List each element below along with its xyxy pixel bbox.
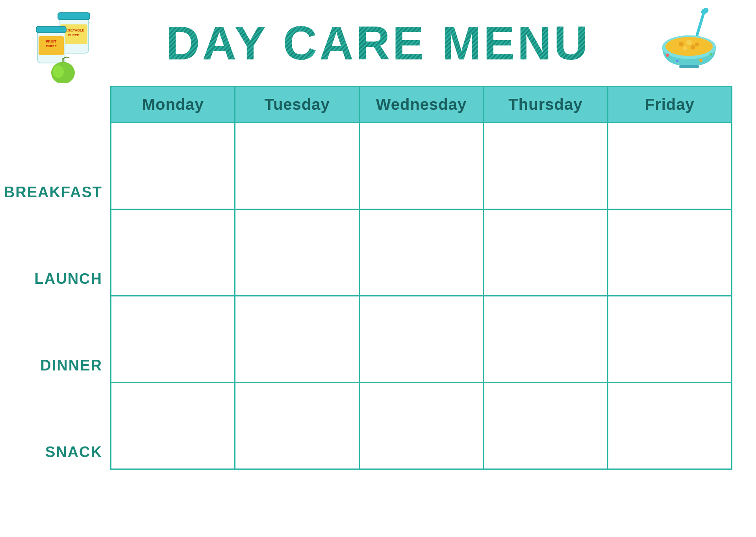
launch-wednesday: [359, 209, 483, 296]
snack-row: [111, 383, 732, 469]
days-header-row: Monday Tuesday Wednesday Thursday Friday: [111, 87, 732, 123]
page-header: VEGETABLE PUREE FRUIT PUREE DAY CARE MEN…: [24, 16, 732, 70]
breakfast-tuesday: [235, 123, 359, 209]
col-wednesday: Wednesday: [359, 87, 483, 123]
snack-wednesday: [359, 383, 483, 469]
dinner-friday: [608, 296, 732, 383]
svg-point-18: [679, 42, 684, 46]
page-title: DAY CARE MENU: [154, 16, 602, 70]
launch-label: LAUNCH: [24, 235, 110, 322]
menu-table: Monday Tuesday Wednesday Thursday Friday: [110, 86, 732, 470]
svg-point-14: [700, 8, 710, 15]
dinner-thursday: [484, 296, 608, 383]
launch-monday: [111, 209, 235, 296]
launch-row: [111, 209, 732, 296]
dinner-label: DINNER: [24, 322, 110, 409]
breakfast-wednesday: [359, 123, 483, 209]
svg-rect-6: [36, 26, 66, 33]
launch-thursday: [484, 209, 608, 296]
svg-point-19: [686, 40, 692, 45]
svg-rect-27: [679, 65, 699, 68]
svg-text:PUREE: PUREE: [68, 33, 79, 37]
dinner-tuesday: [235, 296, 359, 383]
svg-line-13: [697, 12, 704, 35]
svg-text:PUREE: PUREE: [46, 44, 57, 48]
breakfast-thursday: [484, 123, 608, 209]
svg-point-21: [683, 46, 687, 50]
svg-point-25: [676, 60, 678, 62]
meal-row-labels: BREAKFAST LAUNCH DINNER SNACK: [24, 86, 110, 495]
col-thursday: Thursday: [484, 87, 608, 123]
breakfast-label: BREAKFAST: [24, 149, 110, 235]
snack-tuesday: [235, 383, 359, 469]
main-content: BREAKFAST LAUNCH DINNER SNACK Monday Tue…: [24, 86, 732, 521]
svg-point-11: [53, 65, 64, 78]
svg-point-26: [699, 59, 702, 62]
food-jars-icon: VEGETABLE PUREE FRUIT PUREE: [35, 8, 98, 83]
dinner-monday: [111, 296, 235, 383]
snack-label: SNACK: [24, 409, 110, 495]
breakfast-row: [111, 123, 732, 209]
snack-friday: [608, 383, 732, 469]
svg-point-24: [710, 53, 712, 56]
col-tuesday: Tuesday: [235, 87, 359, 123]
svg-point-22: [691, 45, 695, 50]
breakfast-monday: [111, 123, 235, 209]
dinner-wednesday: [359, 296, 483, 383]
snack-thursday: [484, 383, 608, 469]
col-monday: Monday: [111, 87, 235, 123]
food-bowl-icon: [658, 8, 721, 71]
svg-text:FRUIT: FRUIT: [46, 39, 57, 43]
dinner-row: [111, 296, 732, 383]
svg-point-20: [695, 43, 699, 46]
svg-point-23: [666, 54, 669, 57]
launch-tuesday: [235, 209, 359, 296]
launch-friday: [608, 209, 732, 296]
snack-monday: [111, 383, 235, 469]
header-spacer: [24, 117, 110, 149]
breakfast-friday: [608, 123, 732, 209]
svg-rect-1: [58, 13, 90, 20]
col-friday: Friday: [608, 87, 732, 123]
